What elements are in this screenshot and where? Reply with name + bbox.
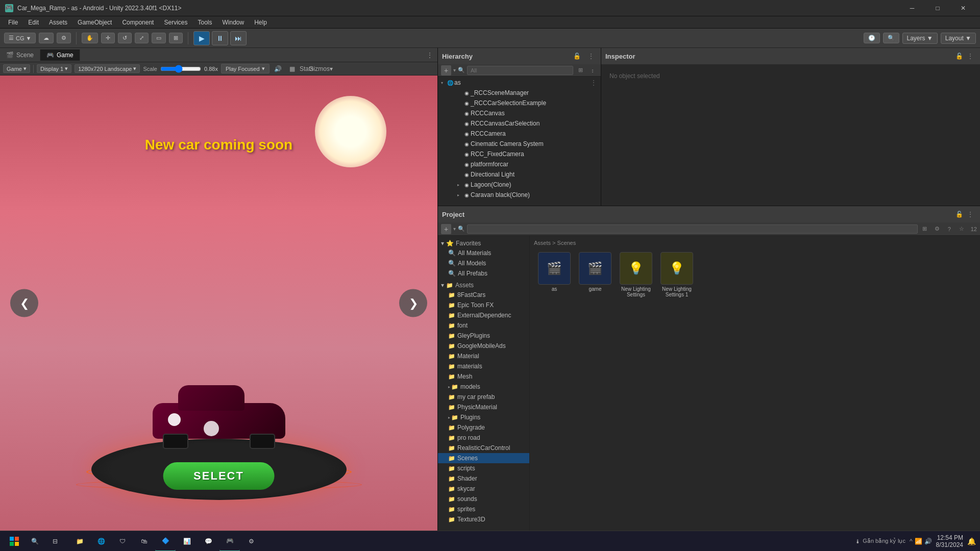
menu-file[interactable]: File — [3, 18, 23, 27]
folder-polygrade[interactable]: 📁Polygrade — [438, 422, 529, 433]
hier-expand-btn[interactable]: ↕ — [587, 65, 598, 76]
taskbar-unity[interactable]: 🎮 — [219, 531, 240, 552]
toggle-lagoon[interactable]: ▸ — [454, 181, 462, 189]
hierarchy-lock-btn[interactable]: 🔓 — [571, 51, 582, 62]
layout-dropdown[interactable]: Layout ▼ — [941, 33, 976, 44]
tree-item-caravan[interactable]: ▸ ◉ Caravan black(Clone) — [438, 190, 601, 200]
taskbar-explorer[interactable]: 📁 — [69, 531, 90, 552]
game-dropdown[interactable]: Game ▾ — [3, 64, 30, 73]
menu-edit[interactable]: Edit — [23, 18, 44, 27]
tab-menu-btn[interactable]: ⋮ — [422, 51, 437, 59]
mute-btn[interactable]: 🔊 — [273, 63, 284, 74]
folder-material[interactable]: 📁Material — [438, 351, 529, 361]
menu-window[interactable]: Window — [217, 18, 249, 27]
layers-dropdown[interactable]: Layers ▼ — [902, 33, 938, 44]
proj-icon2[interactable]: ⚙ — [932, 224, 942, 234]
history-btn[interactable]: 🕐 — [864, 33, 880, 43]
folder-8fastcars[interactable]: 📁8FastCars — [438, 290, 529, 300]
folder-skycar[interactable]: 📁skycar — [438, 484, 529, 494]
inspector-lock-btn[interactable]: 🔓 — [953, 51, 965, 62]
taskbar-blender[interactable]: 🔷 — [155, 531, 176, 552]
notification-icon[interactable]: 🔔 — [967, 537, 976, 545]
move-tool[interactable]: ✛ — [101, 33, 115, 43]
tree-item-rcccanvascarselection[interactable]: ◉ RCCCanvasCarSelection — [438, 118, 601, 129]
project-menu-btn[interactable]: ⋮ — [965, 209, 976, 220]
cg-dropdown[interactable]: ☰ CG ▼ — [4, 33, 36, 43]
rotate-tool[interactable]: ↺ — [118, 33, 132, 43]
taskbar-defender[interactable]: 🛡 — [112, 531, 133, 552]
fav-all-models[interactable]: 🔍 All Models — [438, 258, 529, 268]
tab-game[interactable]: 🎮 Game — [40, 49, 80, 61]
play-focused-button[interactable]: Play Focused ▾ — [221, 64, 270, 73]
folder-sounds[interactable]: 📁sounds — [438, 494, 529, 504]
hand-tool[interactable]: ✋ — [82, 33, 98, 43]
fav-all-prefabs[interactable]: 🔍 All Prefabs — [438, 268, 529, 279]
taskbar-edge[interactable]: 🌐 — [91, 531, 111, 552]
tree-item-cinematiccamera[interactable]: ◉ Cinematic Camera System — [438, 139, 601, 149]
speaker-icon[interactable]: 🔊 — [924, 538, 932, 545]
pause-button[interactable]: ⏸ — [212, 31, 228, 45]
folder-sprites[interactable]: 📁sprites — [438, 504, 529, 514]
display-dropdown[interactable]: Display 1 ▾ — [37, 64, 71, 73]
start-button[interactable] — [4, 531, 24, 552]
tree-item-rcccamera[interactable]: ◉ RCCCamera — [438, 129, 601, 139]
hierarchy-search[interactable] — [467, 66, 573, 75]
toggle-caravan[interactable]: ▸ — [454, 191, 462, 199]
taskbar-store[interactable]: 🛍 — [134, 531, 154, 552]
folder-shader[interactable]: 📁Shader — [438, 473, 529, 484]
resolution-dropdown[interactable]: 1280x720 Landscape ▾ — [75, 64, 140, 73]
folder-proroad[interactable]: 📁pro road — [438, 433, 529, 443]
folder-realisticcarcontrol[interactable]: 📁RealisticCarControl — [438, 443, 529, 453]
menu-help[interactable]: Help — [249, 18, 272, 27]
folder-externaldep[interactable]: 📁ExternalDependenc — [438, 310, 529, 320]
asset-new-lighting[interactable]: 💡 New Lighting Settings — [618, 252, 654, 297]
inspector-menu-btn[interactable]: ⋮ — [965, 51, 976, 62]
nav-right-button[interactable]: ❯ — [399, 289, 427, 317]
tree-item-rccfixedcamera[interactable]: ◉ RCC_FixedCamera — [438, 149, 601, 159]
as-more-btn[interactable]: ⋮ — [591, 79, 601, 86]
menu-services[interactable]: Services — [159, 18, 192, 27]
menu-tools[interactable]: Tools — [192, 18, 217, 27]
proj-icon1[interactable]: ⊞ — [920, 224, 930, 234]
folder-mycarprefab[interactable]: 📁my car prefab — [438, 392, 529, 402]
menu-gameobject[interactable]: GameObject — [72, 18, 117, 27]
tree-item-rccscenemanager[interactable]: ◉ _RCCSceneManager — [438, 88, 601, 98]
folder-epictoon[interactable]: 📁Epic Toon FX — [438, 300, 529, 310]
proj-icon3[interactable]: ? — [944, 224, 954, 234]
asset-as[interactable]: 🎬 as — [536, 252, 573, 297]
folder-models[interactable]: ▸ 📁models — [438, 382, 529, 392]
tree-item-lagoon[interactable]: ▸ ◉ Lagoon(Clone) — [438, 180, 601, 190]
scale-slider[interactable] — [160, 65, 201, 73]
taskbar-multitasking[interactable]: ⊟ — [45, 531, 65, 552]
transform-tool[interactable]: ⊞ — [169, 33, 183, 43]
taskbar-app2[interactable]: 📊 — [177, 531, 197, 552]
step-button[interactable]: ⏭ — [230, 31, 247, 45]
nav-left-button[interactable]: ❮ — [10, 289, 38, 317]
proj-icon4[interactable]: ☆ — [957, 224, 967, 234]
rect-tool[interactable]: ▭ — [152, 33, 166, 43]
asset-new-lighting-1[interactable]: 💡 New Lighting Settings 1 — [658, 252, 695, 297]
taskbar-vs[interactable]: ⚙ — [241, 531, 261, 552]
taskbar-clock[interactable]: 12:54 PM 8/31/2024 — [936, 534, 963, 548]
hierarchy-menu-btn[interactable]: ⋮ — [585, 51, 597, 62]
scale-tool[interactable]: ⤢ — [135, 33, 149, 43]
folder-googlemobileads[interactable]: 📁GoogleMobileAds — [438, 341, 529, 351]
hierarchy-add-btn[interactable]: + — [441, 65, 451, 76]
folder-font[interactable]: 📁font — [438, 320, 529, 331]
settings-btn[interactable]: ⚙ — [57, 33, 71, 43]
folder-scripts[interactable]: 📁scripts — [438, 463, 529, 473]
close-button[interactable]: ✕ — [951, 0, 975, 16]
fav-all-materials[interactable]: 🔍 All Materials — [438, 248, 529, 258]
project-search[interactable] — [467, 224, 918, 234]
hier-filter-btn[interactable]: ⊞ — [575, 65, 585, 76]
asset-game[interactable]: 🎬 game — [577, 252, 614, 297]
tree-item-platformforcar[interactable]: ◉ platformforcar — [438, 159, 601, 169]
folder-scenes[interactable]: 📁Scenes — [438, 453, 529, 463]
folder-plugins[interactable]: ▸ 📁Plugins — [438, 412, 529, 422]
tab-scene[interactable]: 🎬 Scene — [0, 49, 40, 61]
folder-texture3d[interactable]: 📁Texture3D — [438, 514, 529, 524]
tree-item-directionallight[interactable]: ◉ Directional Light — [438, 169, 601, 180]
play-button[interactable]: ▶ — [193, 31, 210, 45]
minimize-button[interactable]: ─ — [900, 0, 924, 16]
project-lock-btn[interactable]: 🔓 — [953, 209, 965, 220]
